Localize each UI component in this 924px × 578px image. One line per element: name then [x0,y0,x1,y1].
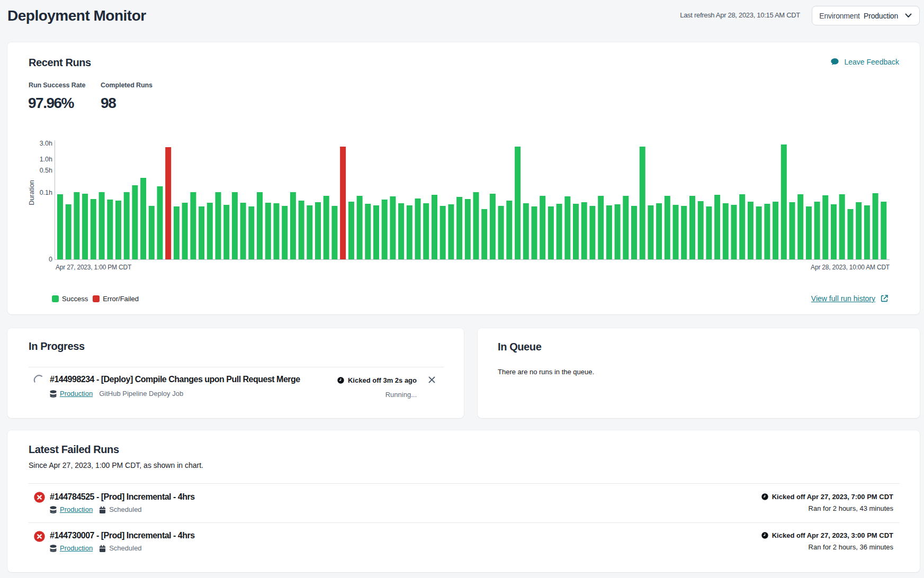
svg-text:Apr 27, 2023, 1:00 PM CDT: Apr 27, 2023, 1:00 PM CDT [56,264,132,271]
svg-text:0: 0 [49,256,52,263]
svg-text:Duration: Duration [28,180,35,205]
svg-text:0.5h: 0.5h [40,167,52,174]
svg-text:Apr 28, 2023, 10:00 AM CDT: Apr 28, 2023, 10:00 AM CDT [811,264,890,271]
svg-text:1.0h: 1.0h [40,156,52,163]
svg-text:3.0h: 3.0h [40,140,52,147]
svg-text:0.1h: 0.1h [40,189,52,196]
